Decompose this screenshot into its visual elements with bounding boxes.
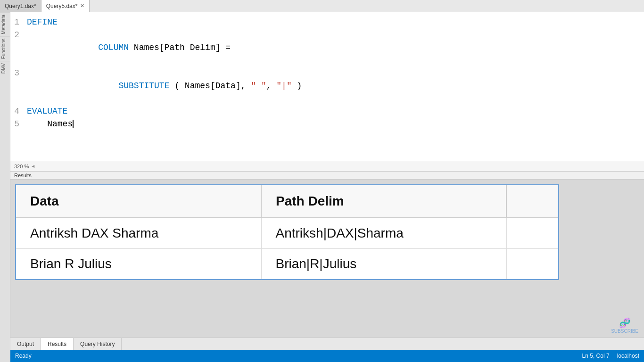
line-number-1: 1 xyxy=(10,16,27,29)
tab-query-history-label: Query History xyxy=(80,341,115,347)
code-kw-evaluate: EVALUATE xyxy=(27,105,67,118)
line-number-4: 4 xyxy=(10,105,27,118)
results-area: Data Path Delim Antriksh DAX Sharma xyxy=(10,180,644,337)
tab-close-icon[interactable]: ✕ xyxy=(80,3,84,9)
status-server: localhost xyxy=(617,353,639,359)
line-number-2: 2 xyxy=(10,29,27,41)
bottom-tabs: Output Results Query History xyxy=(10,337,644,350)
cell-data-1: Antriksh DAX Sharma xyxy=(16,218,261,249)
tab-bar: Query1.dax* Query5.dax* ✕ xyxy=(0,0,644,12)
sidebar-item-functions[interactable]: Functions xyxy=(0,36,10,61)
table-header-row: Data Path Delim xyxy=(16,185,558,218)
dna-icon: 🧬 xyxy=(611,317,638,329)
subscribe-watermark: 🧬 SUBSCRIBE xyxy=(611,317,638,334)
tab-query1-label: Query1.dax xyxy=(5,3,34,9)
cell-pathdelim-2: Brian|R|Julius xyxy=(261,249,506,280)
cell-value-antriksh-data: Antriksh DAX Sharma xyxy=(30,226,158,240)
code-names: Names xyxy=(27,118,74,131)
column-pathdelim-label: Path Delim xyxy=(276,194,344,208)
scroll-arrow-icon[interactable]: ◄ xyxy=(31,164,35,169)
tab-output[interactable]: Output xyxy=(10,338,41,350)
sidebar-item-dmv[interactable]: DMV xyxy=(0,61,10,75)
column-header-pathdelim: Path Delim xyxy=(261,185,506,218)
status-bar: Ready Ln 5, Col 7 localhost xyxy=(10,350,644,362)
results-section-label: Results xyxy=(10,171,644,180)
sidebar-item-metadata[interactable]: Metadata xyxy=(0,12,10,36)
code-sub-open: ( Names[Data], xyxy=(169,81,251,90)
code-line-5: 5 Names xyxy=(10,118,644,131)
column-header-data: Data xyxy=(16,185,261,218)
tab-query5[interactable]: Query5.dax* ✕ xyxy=(41,0,90,12)
code-token-3: SUBSTITUTE ( Names[Data], " ", "|" ) xyxy=(27,67,302,105)
status-position: Ln 5, Col 7 xyxy=(582,353,610,359)
line-number-5: 5 xyxy=(10,118,27,131)
zoom-bar: 320 % ◄ xyxy=(10,161,644,171)
code-str-pipe: "|" xyxy=(276,81,291,90)
tab-results-label: Results xyxy=(48,341,66,347)
code-line-3: 3 SUBSTITUTE ( Names[Data], " ", "|" ) xyxy=(10,67,644,105)
column-data-label: Data xyxy=(30,194,59,208)
subscribe-text: SUBSCRIBE xyxy=(611,329,638,334)
cell-extra-2 xyxy=(506,249,558,280)
tab-query1[interactable]: Query1.dax* xyxy=(0,0,41,12)
table-row: Brian R Julius Brian|R|Julius xyxy=(16,249,558,280)
cell-value-brian-data: Brian R Julius xyxy=(30,256,112,271)
results-table-wrapper: Data Path Delim Antriksh DAX Sharma xyxy=(15,184,559,280)
tab-query5-label: Query5.dax xyxy=(46,3,75,9)
code-token-2-1: COLUMN Names[Path Delim] = xyxy=(27,29,231,67)
text-cursor xyxy=(73,120,74,128)
zoom-level: 320 % xyxy=(14,164,29,169)
code-line-2: 2 COLUMN Names[Path Delim] = xyxy=(10,29,644,67)
tab-query5-modified: * xyxy=(75,3,78,9)
tab-query-history[interactable]: Query History xyxy=(74,338,122,350)
status-ready-text: Ready xyxy=(15,353,32,359)
table-row: Antriksh DAX Sharma Antriksh|DAX|Sharma xyxy=(16,218,558,249)
sidebar: Metadata Functions DMV xyxy=(0,12,10,362)
results-label-text: Results xyxy=(14,173,32,178)
results-table: Data Path Delim Antriksh DAX Sharma xyxy=(16,185,558,279)
tab-query1-modified: * xyxy=(34,3,36,9)
tab-output-label: Output xyxy=(17,341,34,347)
code-column-def: Names[Path Delim] = xyxy=(134,43,231,52)
code-kw-column: COLUMN xyxy=(78,43,134,52)
column-header-extra xyxy=(506,185,558,218)
cell-value-brian-path: Brian|R|Julius xyxy=(276,256,357,271)
cell-pathdelim-1: Antriksh|DAX|Sharma xyxy=(261,218,506,249)
line-number-3: 3 xyxy=(10,67,27,80)
tab-results[interactable]: Results xyxy=(41,338,74,350)
code-kw-substitute: SUBSTITUTE xyxy=(78,81,169,90)
status-ready: Ready xyxy=(15,353,32,359)
code-sub-comma: , xyxy=(266,81,277,90)
status-right: Ln 5, Col 7 localhost xyxy=(582,353,639,359)
cell-data-2: Brian R Julius xyxy=(16,249,261,280)
code-line-4: 4 EVALUATE xyxy=(10,105,644,118)
cell-value-antriksh-path: Antriksh|DAX|Sharma xyxy=(276,226,404,240)
main-area: Metadata Functions DMV 1 DEFINE 2 COLUMN… xyxy=(0,12,644,362)
code-editor[interactable]: 1 DEFINE 2 COLUMN Names[Path Delim] = 3 … xyxy=(10,12,644,161)
code-line-1: 1 DEFINE xyxy=(10,16,644,29)
code-token-1-1: DEFINE xyxy=(27,16,58,29)
code-str-space: " " xyxy=(251,81,266,90)
code-sub-close: ) xyxy=(292,81,302,90)
content-area: 1 DEFINE 2 COLUMN Names[Path Delim] = 3 … xyxy=(10,12,644,362)
cell-extra-1 xyxy=(506,218,558,249)
